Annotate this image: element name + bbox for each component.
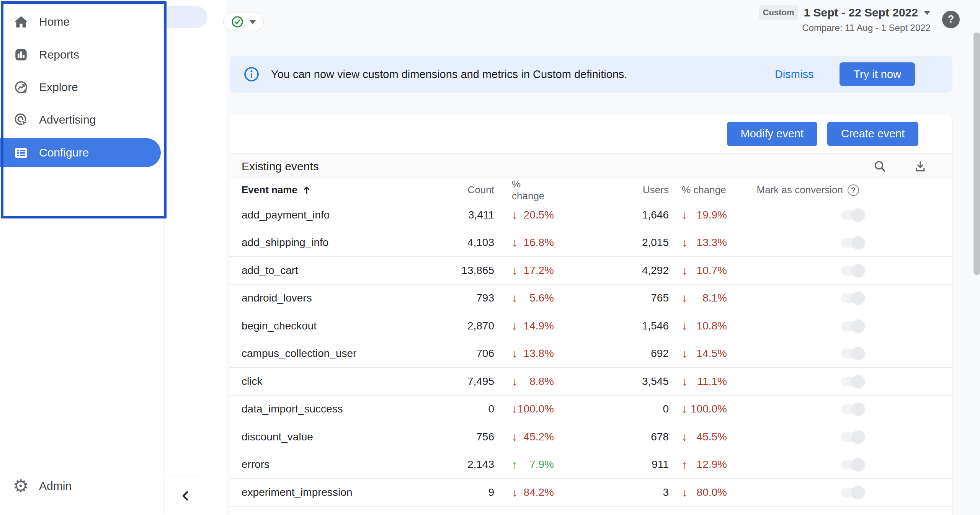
toggle-knob (852, 319, 865, 332)
mark-as-conversion-toggle[interactable] (840, 292, 865, 305)
try-it-now-button[interactable]: Try it now (840, 62, 915, 86)
sidebar-item-configure[interactable]: Configure (0, 138, 161, 167)
gear-icon: ⚙ (11, 477, 31, 495)
sidebar-item-home[interactable]: Home (0, 7, 163, 37)
users-cell: 0 (554, 403, 669, 415)
collapse-panel-button[interactable] (177, 487, 195, 505)
mark-as-conversion-toggle[interactable] (840, 403, 865, 416)
mark-as-conversion-toggle[interactable] (840, 319, 865, 332)
event-name-cell: add_to_cart (242, 264, 298, 277)
users-change-cell: ↓ 10.8% (682, 320, 727, 332)
table-row: android_lovers 793 ↓ 5.6% 765 ↓ 8.1% (230, 285, 952, 313)
change-arrow-icon: ↓ (512, 376, 518, 387)
toggle-knob (852, 375, 865, 388)
mark-as-conversion-toggle[interactable] (840, 209, 865, 222)
sidebar-item-admin[interactable]: ⚙ Admin (0, 471, 163, 501)
vertical-scrollbar[interactable] (973, 33, 980, 275)
mark-as-conversion-toggle[interactable] (840, 375, 865, 388)
check-circle-icon (231, 15, 244, 28)
help-button[interactable]: ? (942, 11, 960, 28)
modify-event-button[interactable]: Modify event (727, 122, 817, 146)
users-cell: 4,292 (554, 264, 669, 277)
users-change-cell: ↓ 10.7% (682, 264, 727, 277)
column-pct-change[interactable]: % change (512, 178, 554, 202)
search-button[interactable] (872, 158, 889, 175)
table-row: errors 2,143 ↑ 7.9% 911 ↑ 12.9% (230, 451, 952, 479)
column-label: Mark as conversion (757, 184, 843, 196)
change-arrow-icon: ↓ (512, 237, 518, 248)
change-arrow-icon: ↑ (682, 459, 688, 470)
chevron-left-icon (180, 490, 192, 502)
toggle-knob (852, 458, 865, 471)
date-range-selector[interactable]: Custom 1 Sept - 22 Sept 2022 (759, 5, 931, 20)
users-change-cell: ↓ 8.1% (682, 292, 727, 304)
mark-as-conversion-toggle[interactable] (840, 486, 865, 499)
event-name-cell: data_import_success (242, 403, 343, 415)
column-event-name[interactable]: Event name (242, 184, 456, 196)
status-check-button[interactable] (223, 13, 264, 31)
mark-as-conversion-toggle[interactable] (840, 236, 865, 249)
main-navigation-sidebar: Home Reports Explore (0, 0, 163, 515)
column-pct-change-users[interactable]: % change (682, 184, 727, 196)
secondary-panel (163, 0, 226, 515)
sidebar-item-label: Configure (39, 146, 89, 159)
change-arrow-icon: ↓ (682, 237, 688, 248)
sidebar-item-advertising[interactable]: Advertising (0, 104, 163, 135)
users-cell: 1,646 (554, 209, 669, 221)
users-cell: 2,015 (554, 236, 669, 249)
mark-as-conversion-toggle[interactable] (840, 458, 865, 471)
change-arrow-icon: ↓ (682, 348, 688, 359)
help-tooltip-icon[interactable]: ? (848, 184, 859, 196)
change-arrow-icon: ↓ (512, 209, 518, 221)
change-arrow-icon: ↓ (682, 431, 688, 443)
info-icon (243, 66, 260, 82)
users-change-cell: ↓ 80.0% (682, 486, 727, 499)
users-cell: 765 (554, 292, 669, 304)
toggle-knob (852, 486, 865, 499)
users-cell: 1,546 (554, 320, 669, 332)
count-change-cell: ↓ 5.6% (512, 292, 554, 304)
event-name-cell: errors (242, 458, 270, 471)
column-count[interactable]: Count (456, 184, 494, 196)
banner-message: You can now view custom dimensions and m… (271, 68, 627, 81)
advertising-icon (13, 111, 29, 128)
count-cell: 793 (456, 292, 494, 304)
reports-icon (13, 46, 29, 63)
download-icon (914, 160, 927, 173)
dismiss-button[interactable]: Dismiss (775, 68, 814, 81)
toggle-knob (852, 292, 865, 305)
compare-range-text: Compare: 11 Aug - 1 Sept 2022 (802, 23, 931, 33)
configure-icon (13, 144, 29, 161)
table-row: add_shipping_info 4,103 ↓ 16.8% 2,015 ↓ … (230, 229, 952, 257)
count-cell: 7,495 (456, 375, 494, 388)
column-label: % change (682, 184, 726, 196)
mark-as-conversion-toggle[interactable] (840, 347, 865, 360)
change-arrow-icon: ↓ (512, 348, 518, 359)
sidebar-item-label: Advertising (39, 113, 96, 126)
column-users[interactable]: Users (554, 184, 669, 196)
change-arrow-icon: ↓ (512, 265, 518, 276)
home-icon (13, 13, 29, 30)
mark-as-conversion-toggle[interactable] (840, 430, 865, 443)
secondary-panel-divider (165, 476, 204, 476)
card-title: Existing events (242, 160, 319, 173)
custom-badge: Custom (759, 5, 798, 20)
sidebar-item-reports[interactable]: Reports (0, 39, 163, 70)
table-header: Event name Count % change Users % change… (230, 179, 952, 201)
download-button[interactable] (912, 158, 929, 175)
date-range-area: Custom 1 Sept - 22 Sept 2022 Compare: 11… (759, 5, 960, 33)
column-label: % change (512, 178, 554, 202)
users-cell: 3 (554, 486, 669, 499)
table-row: experiment_impression 9 ↓ 84.2% 3 ↓ 80.0… (230, 479, 952, 507)
count-change-cell: ↓ 100.0% (512, 403, 554, 415)
sidebar-item-explore[interactable]: Explore (0, 72, 163, 103)
mark-as-conversion-toggle[interactable] (840, 264, 865, 277)
event-name-cell: begin_checkout (242, 320, 317, 332)
create-event-button[interactable]: Create event (827, 122, 918, 146)
change-arrow-icon: ↓ (682, 292, 688, 304)
sidebar-item-label: Admin (39, 479, 72, 492)
event-name-cell: campus_collection_user (242, 347, 356, 360)
chevron-down-icon (249, 20, 256, 24)
count-change-cell: ↓ 14.9% (512, 320, 554, 332)
existing-events-card: Modify event Create event Existing event… (230, 114, 952, 515)
